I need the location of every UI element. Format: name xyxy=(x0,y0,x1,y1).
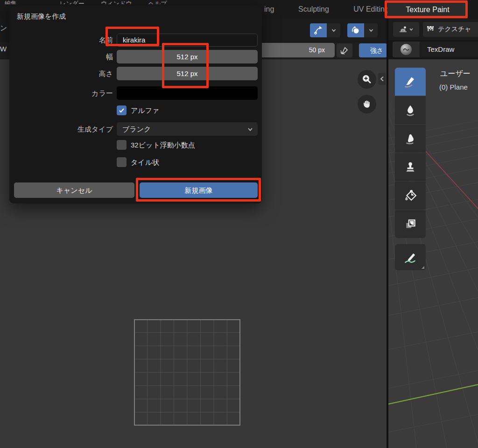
chevron-down-icon xyxy=(331,28,337,33)
tool-mask[interactable] xyxy=(395,210,426,238)
falloff-dropdown[interactable] xyxy=(327,23,340,37)
falloff-curve-button[interactable] xyxy=(310,23,327,37)
zoom-gizmo[interactable] xyxy=(358,70,376,89)
hand-icon xyxy=(362,99,372,109)
height-label: 高さ xyxy=(9,67,113,80)
texture-icon xyxy=(427,26,434,33)
menu-help[interactable]: ヘルプ xyxy=(148,0,167,4)
chevron-left-icon xyxy=(380,76,384,82)
falloff-curve-icon xyxy=(314,26,323,35)
sphere-falloff-icon xyxy=(351,26,360,35)
left-edge-fragment-b: W xyxy=(0,45,8,57)
blender-window: 編集 レンダー ウィンドウ ヘルプ ing Sculpting UV Editi… xyxy=(0,0,478,448)
editor-type-button[interactable] xyxy=(393,22,419,37)
brush-name-text: TexDraw xyxy=(427,45,454,53)
width-label: 幅 xyxy=(9,50,113,63)
strength-label: 強さ xyxy=(370,47,383,54)
brush-name-field[interactable]: TexDraw xyxy=(420,42,478,57)
gen-type-dropdown[interactable]: ブランク xyxy=(117,122,258,136)
float32-checkbox[interactable] xyxy=(117,140,127,150)
axis-x-line xyxy=(425,150,478,209)
tool-clone[interactable] xyxy=(395,153,426,181)
float32-label: 32ビット浮動小数点 xyxy=(131,140,195,150)
pan-gizmo[interactable] xyxy=(358,95,376,113)
tab-texture-paint[interactable]: Texture Paint xyxy=(387,1,468,19)
name-label: 名前 xyxy=(9,34,113,47)
gen-type-label: 生成タイプ xyxy=(9,122,113,136)
width-input[interactable]: 512 px xyxy=(117,50,258,63)
radius-pressure-button[interactable] xyxy=(337,43,352,57)
stamp-icon xyxy=(403,160,417,174)
new-image-button[interactable]: 新規画像 xyxy=(140,182,258,198)
brush-preview-icon xyxy=(401,44,412,55)
name-value: kirakira xyxy=(123,36,145,44)
tab-sculpting[interactable]: Sculpting xyxy=(286,0,342,19)
uv-grid xyxy=(134,319,240,426)
tool-smear[interactable] xyxy=(395,125,426,153)
menu-edit[interactable]: 編集 xyxy=(5,0,17,4)
magnifier-plus-icon xyxy=(361,74,373,85)
paint-bucket-icon xyxy=(403,189,417,203)
color-label: カラー xyxy=(9,86,113,100)
mask-icon xyxy=(403,217,417,231)
active-object-label: (0) Plane xyxy=(439,83,468,91)
axis-y-line xyxy=(388,385,478,405)
droplet-icon xyxy=(403,103,417,117)
tool-soften[interactable] xyxy=(395,96,426,124)
chevron-down-icon xyxy=(247,126,253,132)
tiled-checkbox[interactable] xyxy=(117,157,127,167)
gen-type-value: ブランク xyxy=(122,125,151,133)
height-input[interactable]: 512 px xyxy=(117,67,258,80)
dialog-title: 新規画像を作成 xyxy=(17,12,66,21)
menu-window[interactable]: ウィンドウ xyxy=(101,0,132,4)
view-rotation-label: ユーザー xyxy=(440,69,471,79)
cancel-button[interactable]: キャンセル xyxy=(14,182,134,198)
sidebar-collapse-arrow[interactable] xyxy=(378,73,386,85)
tool-annotate[interactable] xyxy=(395,244,426,270)
texture-slot-label: テクスチャ xyxy=(438,25,471,34)
alpha-checkbox[interactable] xyxy=(117,105,127,115)
name-input[interactable]: kirakira xyxy=(117,34,258,47)
tab-modeling-partial[interactable]: ing xyxy=(264,0,274,19)
brush-datablock-button[interactable] xyxy=(393,42,420,57)
falloff-shape-button[interactable] xyxy=(347,23,364,37)
texture-slot-selector[interactable]: テクスチャ xyxy=(423,22,478,37)
tool-fill[interactable] xyxy=(395,182,426,210)
left-edge-fragment-a: ン xyxy=(0,24,8,36)
pen-pressure-icon xyxy=(340,46,349,55)
chevron-down-icon xyxy=(368,28,374,33)
radius-slider[interactable]: 50 px xyxy=(252,43,335,57)
new-image-dialog: 新規画像を作成 名前 kirakira 幅 512 px 高さ 512 px カ… xyxy=(9,6,262,203)
strength-slider[interactable]: 強さ xyxy=(359,43,387,57)
radius-value: 50 px xyxy=(309,43,325,57)
tool-paint-brush[interactable] xyxy=(395,68,426,96)
annotate-pen-icon xyxy=(403,250,417,264)
viewport-editor-icon xyxy=(399,26,407,34)
menu-render[interactable]: レンダー xyxy=(60,0,84,4)
alpha-label: アルファ xyxy=(131,105,159,115)
smear-finger-icon xyxy=(403,132,417,146)
falloff-shape-dropdown[interactable] xyxy=(364,23,378,37)
paint-brush-icon xyxy=(403,75,417,89)
check-icon xyxy=(119,107,125,113)
tool-options-indicator xyxy=(422,266,424,269)
chevron-down-icon xyxy=(409,27,414,32)
tiled-label: タイル状 xyxy=(131,157,159,167)
color-swatch[interactable] xyxy=(117,86,258,100)
